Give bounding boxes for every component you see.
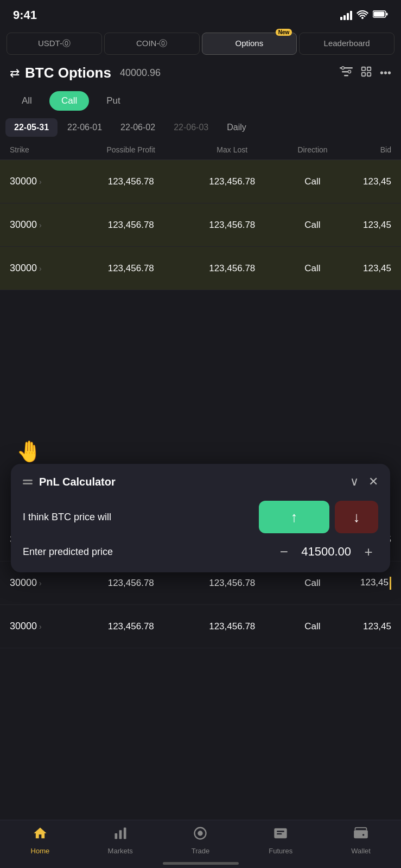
chevron-right-icon: › [39, 622, 42, 631]
pnl-price-row: Enter predicted price − 41500.00 + [23, 542, 378, 561]
tab-usdt[interactable]: USDT-⓪ [7, 33, 102, 55]
pnl-up-button[interactable]: ↑ [259, 501, 329, 533]
markets-icon [113, 826, 128, 845]
filter-tab-all[interactable]: All [10, 91, 44, 111]
cell-bid: 123,45 [342, 577, 391, 590]
svg-rect-5 [344, 75, 348, 76]
table-row[interactable]: 30000 › 123,456.78 123,456.78 Call 123,4… [0, 247, 401, 290]
col-header-strike: Strike [10, 145, 80, 154]
cell-direction: Call [283, 220, 342, 231]
pnl-header: PnL Calculator ∨ ✕ [23, 475, 378, 489]
pnl-price-value: 41500.00 [301, 545, 351, 559]
nav-home[interactable]: Home [0, 826, 80, 855]
svg-rect-9 [367, 67, 371, 71]
drag-handle-icon[interactable]: 🤚 [16, 439, 42, 463]
nav-wallet[interactable]: Wallet [321, 826, 401, 855]
date-tab-2[interactable]: 22-06-02 [112, 118, 164, 137]
up-arrow-icon: ↑ [291, 509, 298, 526]
svg-rect-18 [277, 831, 284, 832]
top-tab-bar: USDT-⓪ COIN-⓪ Options New Leaderboard [0, 28, 401, 59]
svg-rect-11 [367, 73, 371, 76]
cell-strike: 30000 › [10, 577, 80, 589]
svg-rect-2 [386, 13, 388, 16]
pnl-direction-buttons: ↑ ↓ [259, 501, 378, 533]
svg-rect-8 [362, 67, 365, 71]
date-tab-0[interactable]: 22-05-31 [5, 118, 58, 137]
pnl-price-controls: − 41500.00 + [274, 542, 378, 561]
filter-tabs: All Call Put [0, 87, 401, 115]
chevron-right-icon: › [39, 177, 42, 186]
swap-icon[interactable]: ⇄ [10, 66, 20, 80]
pnl-controls: ∨ ✕ [350, 475, 378, 489]
cell-profit: 123,456.78 [80, 176, 182, 187]
col-header-lost: Max Lost [182, 145, 283, 154]
more-icon[interactable]: ••• [380, 67, 391, 79]
pnl-minus-button[interactable]: − [274, 542, 294, 561]
pnl-price-label: Enter predicted price [23, 546, 274, 558]
nav-trade-label: Trade [192, 847, 209, 855]
nav-wallet-label: Wallet [351, 847, 371, 855]
page-header: ⇄ BTC Options 40000.96 ••• [0, 59, 401, 87]
chevron-right-icon: › [39, 221, 42, 229]
col-header-bid: Bid [342, 145, 391, 154]
cell-lost: 123,456.78 [182, 263, 283, 274]
bottom-nav: Home Markets Trade Futures [0, 820, 401, 868]
pnl-minimize-icon[interactable]: ∨ [350, 475, 359, 489]
filter-tab-put[interactable]: Put [94, 91, 132, 111]
pnl-close-icon[interactable]: ✕ [368, 475, 378, 489]
settings-icon[interactable] [360, 66, 372, 80]
cell-lost: 123,456.78 [182, 621, 283, 632]
signal-bars-icon [340, 10, 352, 20]
pnl-plus-button[interactable]: + [359, 542, 378, 561]
cell-bid: 123,45 [342, 263, 391, 274]
page-title: BTC Options [25, 65, 111, 81]
tab-coin[interactable]: COIN-⓪ [104, 33, 200, 55]
filter-tab-call[interactable]: Call [49, 91, 89, 111]
nav-futures[interactable]: Futures [240, 826, 321, 855]
table-row[interactable]: 30000 › 123,456.78 123,456.78 Call 123,4… [0, 605, 401, 648]
battery-icon [373, 10, 388, 21]
pnl-drag-bars [23, 480, 33, 484]
chevron-right-icon: › [39, 579, 42, 588]
filter-icon[interactable] [340, 66, 353, 80]
svg-point-6 [341, 67, 344, 69]
cell-strike: 30000 › [10, 176, 80, 187]
date-tab-1[interactable]: 22-06-01 [59, 118, 111, 137]
nav-home-label: Home [31, 847, 50, 855]
trade-icon [193, 826, 208, 845]
date-tab-daily[interactable]: Daily [218, 118, 255, 137]
nav-trade[interactable]: Trade [161, 826, 241, 855]
nav-markets-label: Markets [108, 847, 133, 855]
status-time: 9:41 [13, 8, 37, 22]
nav-futures-label: Futures [269, 847, 292, 855]
home-icon [33, 826, 48, 845]
cell-lost: 123,456.78 [182, 578, 283, 589]
home-indicator [163, 862, 239, 865]
wifi-icon [357, 9, 368, 22]
cell-profit: 123,456.78 [80, 263, 182, 274]
down-arrow-icon: ↓ [353, 509, 360, 526]
col-header-direction: Direction [283, 145, 342, 154]
wallet-icon [353, 826, 368, 845]
new-badge: New [276, 29, 292, 36]
cell-direction: Call [283, 621, 342, 632]
cell-bid: 123,45 [342, 176, 391, 187]
date-tab-3[interactable]: 22-06-03 [165, 118, 217, 137]
cell-direction: Call [283, 176, 342, 187]
status-bar: 9:41 [0, 0, 401, 28]
tab-leaderboard[interactable]: Leaderboard [299, 33, 394, 55]
pnl-prompt: I think BTC price will [23, 512, 259, 523]
nav-markets[interactable]: Markets [80, 826, 161, 855]
pnl-down-button[interactable]: ↓ [335, 501, 378, 533]
svg-rect-14 [124, 828, 126, 839]
status-icons [340, 9, 388, 22]
cell-strike: 30000 › [10, 219, 80, 231]
cell-lost: 123,456.78 [182, 176, 283, 187]
tab-options[interactable]: Options New [202, 33, 297, 55]
date-tabs: 22-05-31 22-06-01 22-06-02 22-06-03 Dail… [0, 115, 401, 140]
cell-bid: 123,45 [342, 220, 391, 231]
table-row[interactable]: 30000 › 123,456.78 123,456.78 Call 123,4… [0, 160, 401, 203]
svg-rect-10 [362, 73, 365, 76]
table-row[interactable]: 30000 › 123,456.78 123,456.78 Call 123,4… [0, 203, 401, 247]
pnl-direction-row: I think BTC price will ↑ ↓ [23, 501, 378, 533]
